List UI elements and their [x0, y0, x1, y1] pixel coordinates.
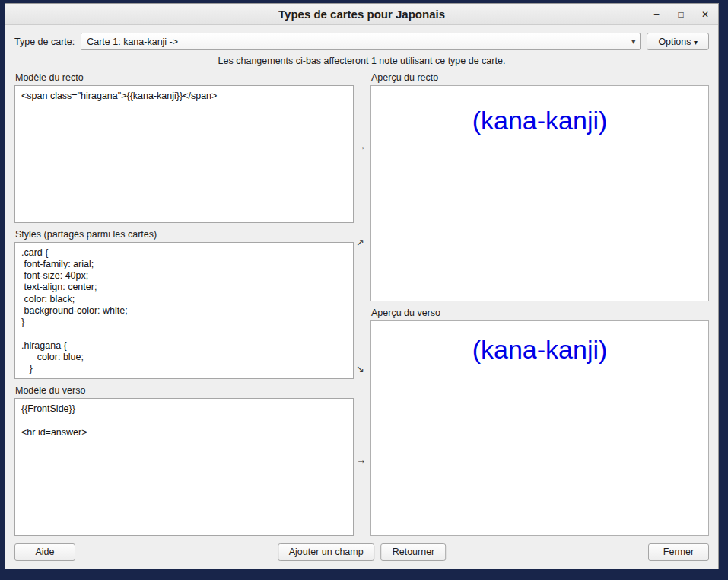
close-dialog-button[interactable]: Fermer [648, 543, 709, 561]
window-frame: Types de cartes pour Japonais – □ ✕ Type… [0, 0, 728, 580]
info-text: Les changements ci-bas affecteront 1 not… [14, 56, 709, 66]
previews-column: Aperçu du recto (kana-kanji) Aperçu du v… [370, 71, 709, 536]
chevron-down-icon: ▾ [630, 37, 637, 46]
front-template-input[interactable]: <span class="hiragana">{{kana-kanji}}</s… [14, 85, 354, 223]
templates-column: Modèle du recto <span class="hiragana">{… [14, 71, 354, 536]
titlebar[interactable]: Types de cartes pour Japonais – □ ✕ [5, 4, 718, 25]
flow-arrows: → ↗ ↘ → [354, 71, 370, 536]
button-bar: Aide Ajouter un champ Retourner Fermer [14, 543, 709, 561]
back-preview-panel: (kana-kanji) [370, 320, 709, 537]
arrow-up-right-icon: ↗ [356, 237, 364, 248]
front-preview-text: (kana-kanji) [371, 104, 708, 137]
maximize-icon[interactable]: □ [674, 8, 688, 21]
front-template-label: Modèle du recto [15, 72, 354, 83]
back-preview-text: (kana-kanji) [371, 333, 708, 366]
card-type-row: Type de carte: Carte 1: kana-kanji -> ▾ … [14, 33, 709, 50]
answer-divider [385, 381, 695, 381]
help-button[interactable]: Aide [14, 543, 75, 561]
front-preview-label: Aperçu du recto [371, 72, 709, 83]
center-buttons: Ajouter un champ Retourner [278, 543, 447, 561]
styles-input[interactable]: .card { font-family: arial; font-size: 4… [14, 242, 354, 380]
arrow-right-icon: → [356, 141, 366, 152]
dialog-content: Type de carte: Carte 1: kana-kanji -> ▾ … [5, 25, 718, 569]
card-type-select[interactable]: Carte 1: kana-kanji -> ▾ [81, 33, 641, 50]
card-type-value: Carte 1: kana-kanji -> [87, 37, 630, 47]
minimize-icon[interactable]: – [650, 8, 663, 21]
back-template-input[interactable]: {{FrontSide}} <hr id=answer> [14, 398, 354, 536]
window-title: Types de cartes pour Japonais [5, 8, 718, 21]
window-controls: – □ ✕ [650, 4, 712, 24]
close-icon[interactable]: ✕ [698, 8, 712, 21]
card-types-dialog: Types de cartes pour Japonais – □ ✕ Type… [5, 3, 719, 569]
options-label: Options [658, 37, 691, 47]
editor-area: Modèle du recto <span class="hiragana">{… [14, 71, 709, 536]
back-preview-label: Aperçu du verso [371, 308, 709, 318]
styles-label: Styles (partagés parmi les cartes) [15, 229, 354, 240]
card-type-label: Type de carte: [14, 37, 75, 47]
options-chevron-icon: ▾ [694, 38, 698, 46]
arrow-right-icon: → [356, 454, 366, 466]
options-button[interactable]: Options ▾ [647, 33, 709, 50]
front-preview-panel: (kana-kanji) [370, 85, 709, 301]
arrow-down-right-icon: ↘ [356, 363, 364, 374]
add-field-button[interactable]: Ajouter un champ [278, 543, 375, 561]
back-template-label: Modèle du verso [15, 385, 354, 396]
flip-button[interactable]: Retourner [381, 543, 447, 561]
